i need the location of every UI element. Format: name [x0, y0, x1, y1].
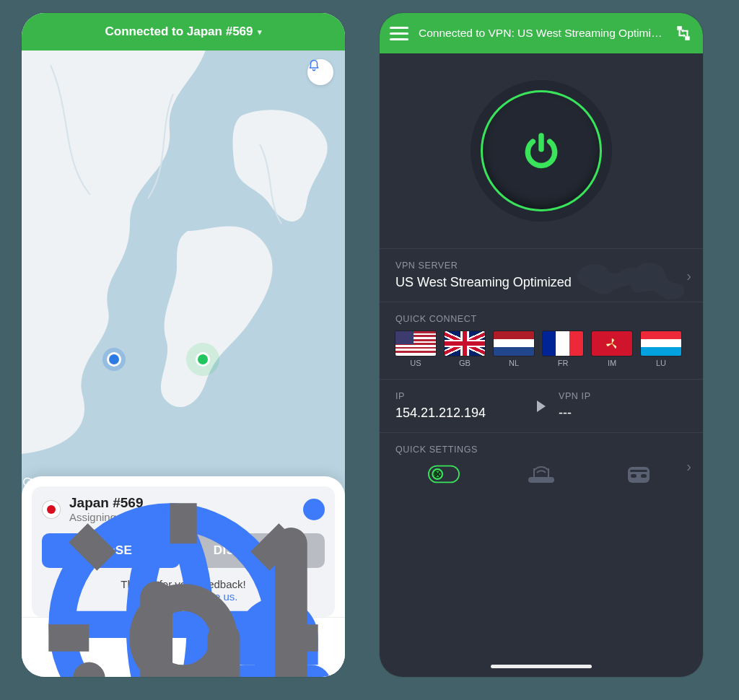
map-pin-korea[interactable]	[109, 354, 119, 364]
flag-code: US	[410, 359, 421, 367]
quick-connect-lu[interactable]: LU	[641, 331, 681, 367]
flag-code: LU	[656, 359, 666, 367]
connection-sheet: Japan #569 Assigning IP address… PAUSE D…	[22, 476, 345, 677]
chevron-down-icon: ▾	[258, 27, 262, 37]
quick-settings-section[interactable]: QUICK SETTINGS ›	[380, 432, 703, 499]
vpn-server-row[interactable]: VPN SERVER US West Streaming Optimized ›	[380, 248, 703, 302]
vpn-ip-value: ---	[559, 406, 687, 421]
ip-value: 154.21.212.194	[395, 406, 524, 421]
bottom-tab-bar	[22, 617, 345, 668]
map-pin-japan-active[interactable]	[198, 354, 208, 364]
quick-connect-section: QUICK CONNECT US GB NL FR IM LU	[380, 302, 703, 379]
quick-connect-label: QUICK CONNECT	[395, 314, 687, 324]
vpn-ip-label: VPN IP	[559, 391, 687, 401]
svg-rect-10	[630, 470, 647, 472]
pia-app: Connected to VPN: US West Streaming Opti…	[380, 13, 703, 677]
flag-code: FR	[558, 359, 569, 367]
private-browser-icon	[626, 464, 651, 484]
nordvpn-app: Connected to Japan #569 ▾ Japan #569 Ass…	[22, 13, 345, 677]
router-icon	[527, 464, 556, 484]
toggle-on-icon	[428, 464, 460, 484]
chevron-right-icon: ›	[686, 458, 691, 475]
notifications-button[interactable]	[307, 59, 333, 85]
flag-code: GB	[459, 359, 471, 367]
chevron-right-icon: ›	[686, 267, 691, 284]
quick-connect-us[interactable]: US	[395, 331, 436, 367]
connection-status-text: Connected to Japan #569	[105, 25, 253, 39]
connection-status-text: Connected to VPN: US West Streaming Opti…	[419, 27, 664, 40]
power-section	[380, 53, 703, 248]
empty-space	[380, 499, 703, 656]
quick-settings-label: QUICK SETTINGS	[395, 445, 687, 455]
svg-rect-9	[641, 474, 647, 478]
quick-connect-nl[interactable]: NL	[494, 331, 534, 367]
ip-label: IP	[395, 391, 524, 401]
svg-point-3	[143, 598, 224, 677]
network-swap-icon[interactable]	[674, 24, 693, 43]
status-header[interactable]: Connected to Japan #569 ▾	[22, 13, 345, 51]
bell-icon	[307, 59, 320, 72]
killswitch-toggle[interactable]	[428, 463, 460, 485]
home-indicator	[491, 665, 592, 668]
quick-connect-fr[interactable]: FR	[543, 331, 583, 367]
power-button[interactable]	[481, 90, 602, 211]
svg-rect-8	[631, 474, 637, 478]
ip-section: IP 154.21.212.194 VPN IP ---	[380, 379, 703, 432]
quick-connect-gb[interactable]: GB	[445, 331, 485, 367]
status-header: Connected to VPN: US West Streaming Opti…	[380, 13, 703, 53]
network-setting[interactable]	[525, 463, 557, 485]
flag-code: NL	[509, 359, 519, 367]
arrow-right-icon	[537, 401, 546, 412]
gear-icon	[22, 476, 345, 677]
server-map[interactable]: Japan #569 Assigning IP address… PAUSE D…	[22, 51, 345, 677]
quick-connect-im[interactable]: IM	[592, 331, 632, 367]
menu-button[interactable]	[390, 27, 408, 40]
power-icon	[521, 131, 561, 171]
tab-settings[interactable]	[281, 634, 300, 652]
flag-code: IM	[608, 359, 616, 367]
privacy-setting[interactable]	[623, 463, 655, 485]
